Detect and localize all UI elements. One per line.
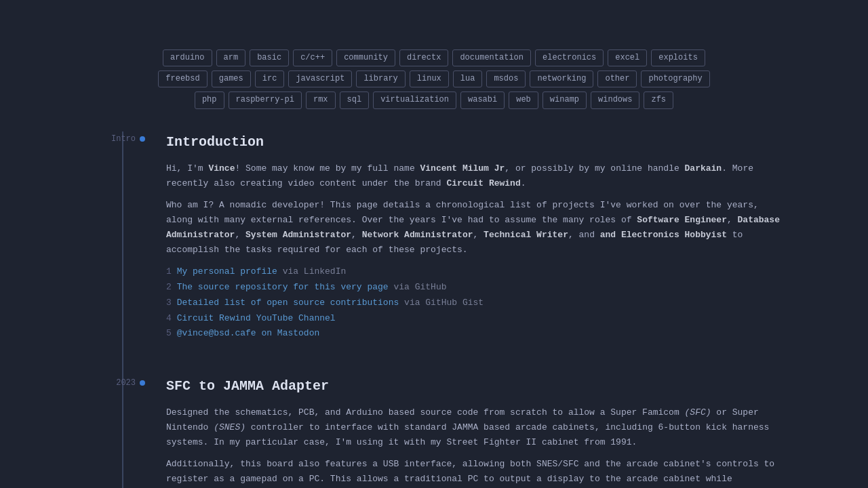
tag-arm[interactable]: arm — [216, 49, 246, 66]
tag-photography[interactable]: photography — [641, 70, 709, 87]
link-anchor-0-3[interactable]: Circuit Rewind YouTube Channel — [177, 313, 336, 323]
tag-excel[interactable]: excel — [608, 49, 647, 66]
tags-container: arduinoarmbasicc/c++communitydirectxdocu… — [129, 41, 739, 131]
section-heading-1: SFC to JAMMA Adapter — [166, 375, 780, 397]
tag-exploits[interactable]: exploits — [651, 49, 705, 66]
timeline-dot-1 — [138, 379, 146, 387]
page-title — [0, 0, 868, 41]
tag-irc[interactable]: irc — [255, 70, 285, 87]
link-anchor-0-2[interactable]: Detailed list of open source contributio… — [177, 298, 399, 308]
tag-web[interactable]: web — [509, 92, 538, 108]
tag-zfs[interactable]: zfs — [644, 92, 673, 108]
timeline-dot-0 — [138, 135, 146, 143]
tag-javascript[interactable]: javascript — [288, 70, 352, 87]
section-links-0: My personal profile via LinkedInThe sour… — [166, 264, 780, 342]
section-heading-0: Introduction — [166, 131, 780, 153]
timeline-year-0: Intro — [88, 131, 136, 342]
tag-linux[interactable]: linux — [410, 70, 449, 87]
tag-library[interactable]: library — [356, 70, 405, 87]
tag-msdos[interactable]: msdos — [486, 70, 526, 87]
link-anchor-0-1[interactable]: The source repository for this very page — [177, 282, 389, 292]
tag-wasabi[interactable]: wasabi — [460, 92, 505, 108]
tag-winamp[interactable]: winamp — [542, 92, 587, 108]
tag-php[interactable]: php — [195, 92, 224, 108]
link-item-0-2: Detailed list of open source contributio… — [166, 296, 780, 311]
tag-rmx[interactable]: rmx — [306, 92, 336, 108]
tag-raspberry-pi[interactable]: raspberry-pi — [229, 92, 302, 108]
tag-freebsd[interactable]: freebsd — [158, 70, 207, 87]
tag-directx[interactable]: directx — [399, 49, 448, 66]
link-item-0-0: My personal profile via LinkedIn — [166, 264, 780, 280]
link-anchor-0-0[interactable]: My personal profile — [177, 266, 277, 277]
tag-games[interactable]: games — [212, 70, 251, 87]
tag-electronics[interactable]: electronics — [535, 49, 604, 66]
tag-community[interactable]: community — [336, 49, 395, 66]
tag-sql[interactable]: sql — [340, 92, 370, 108]
tag-arduino[interactable]: arduino — [163, 49, 212, 66]
link-anchor-0-4[interactable]: @vince@bsd.cafe on Mastodon — [177, 328, 320, 338]
tag-virtualization[interactable]: virtualization — [373, 92, 456, 108]
tag-other[interactable]: other — [597, 70, 637, 87]
tag-c/c++[interactable]: c/c++ — [293, 49, 332, 66]
tag-networking[interactable]: networking — [530, 70, 593, 87]
tag-windows[interactable]: windows — [591, 92, 639, 108]
tag-basic[interactable]: basic — [250, 49, 289, 66]
timeline-section-1: 2023SFC to JAMMA AdapterDesigned the sch… — [88, 375, 780, 488]
link-item-0-1: The source repository for this very page… — [166, 280, 780, 296]
timeline-section-0: IntroIntroductionHi, I'm Vince! Some may… — [88, 131, 780, 342]
tag-documentation[interactable]: documentation — [452, 49, 531, 66]
link-item-0-4: @vince@bsd.cafe on Mastodon — [166, 326, 780, 342]
timeline-year-1: 2023 — [88, 375, 136, 488]
link-item-0-3: Circuit Rewind YouTube Channel — [166, 311, 780, 327]
tag-lua[interactable]: lua — [453, 70, 483, 87]
